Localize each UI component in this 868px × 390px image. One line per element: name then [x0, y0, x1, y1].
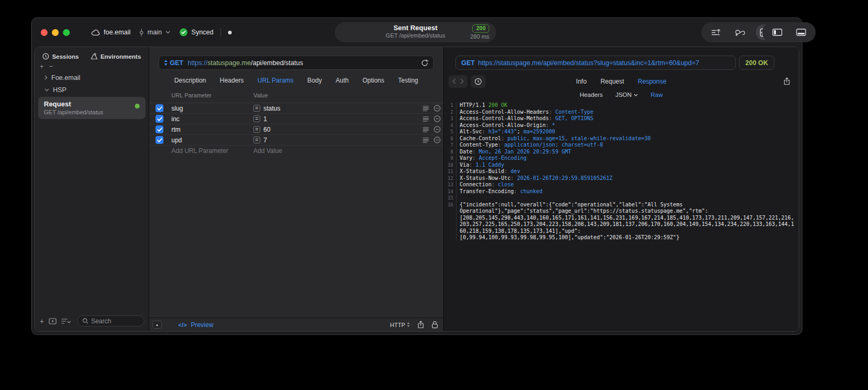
param-checkbox[interactable] [156, 136, 163, 144]
sent-request-url-box[interactable]: GET https://statuspage.me/api/embed/stat… [455, 56, 736, 70]
export-response-icon[interactable] [783, 77, 790, 85]
param-value[interactable]: 7 [263, 137, 267, 144]
tab-headers[interactable]: Headers [220, 77, 243, 84]
equals-badge: = [253, 115, 260, 122]
import-export-button[interactable] [708, 24, 724, 40]
sync-status: Synced [191, 29, 214, 36]
response-subtabs: HeadersJSONRaw [444, 92, 799, 98]
add-url-parameter[interactable]: Add URL Parameter [171, 147, 229, 155]
search-placeholder: Search [91, 318, 111, 325]
request-status-dot [135, 104, 140, 108]
tab-testing[interactable]: Testing [398, 77, 418, 84]
panel-expand-icon[interactable]: ▲ [152, 321, 162, 329]
remove-param-icon[interactable] [434, 115, 441, 122]
tab-url-params[interactable]: URL Params [258, 77, 294, 84]
response-viewer-pane: GET https://statuspage.me/api/embed/stat… [444, 47, 799, 331]
sessions-tab-label: Sessions [52, 53, 79, 60]
back-icon[interactable] [452, 78, 456, 84]
param-checkbox[interactable] [156, 125, 163, 133]
add-session-button[interactable]: + [40, 62, 44, 70]
response-line: 7Content-Type: application/json; charset… [447, 142, 799, 149]
request-method[interactable]: GET [170, 59, 184, 67]
branch-name[interactable]: main [148, 29, 162, 36]
response-line: 6Cache-Control: public, max-age=15, stal… [447, 135, 799, 142]
toggle-bottom-panel-button[interactable] [793, 24, 809, 40]
chevron-down-icon[interactable] [166, 31, 170, 34]
remove-session-button[interactable]: − [49, 62, 53, 70]
response-line: 1HTTP/1.1 200 OK [447, 102, 799, 109]
param-name[interactable]: slug [171, 105, 183, 112]
toggle-sidebar-button[interactable] [769, 24, 785, 40]
lock-icon[interactable] [432, 321, 438, 329]
branch-icon [139, 29, 144, 37]
tab-auth[interactable]: Auth [335, 77, 349, 84]
url-host: statuspage.me [207, 59, 251, 67]
protocol-selector[interactable]: HTTP [390, 322, 410, 328]
param-checkbox[interactable] [156, 104, 163, 112]
response-line: 203,257,225,165,250,173,204,223,158,208,… [447, 221, 799, 228]
response-line: 8Date: Mon, 26 Jan 2026 20:29:59 GMT [447, 149, 799, 156]
param-checkbox[interactable] [156, 115, 163, 123]
response-line: 15 [447, 195, 799, 202]
reorder-lines-icon[interactable] [423, 105, 429, 112]
viewer-tab-request[interactable]: Request [600, 78, 624, 85]
tab-options[interactable]: Options [362, 77, 384, 84]
sidebar-group-foe-email[interactable]: Foe.email [38, 71, 145, 84]
add-value[interactable]: Add Value [253, 147, 282, 155]
equals-badge: = [253, 137, 260, 143]
subtab-headers[interactable]: Headers [580, 92, 602, 98]
param-value[interactable]: 60 [263, 126, 270, 133]
minimize-window-button[interactable] [52, 29, 59, 36]
subtab-json[interactable]: JSON [615, 92, 638, 98]
sidebar-request-item[interactable]: Request GET /api/embed/status [38, 97, 145, 119]
viewer-tab-response[interactable]: Response [638, 78, 666, 85]
response-line: 12X-Status-Now-Utc: 2026-01-26T20:29:59.… [447, 175, 799, 182]
viewer-tab-info[interactable]: Info [576, 78, 587, 85]
search-input[interactable]: Search [77, 315, 144, 326]
project-name[interactable]: foe.email [104, 29, 131, 36]
response-code[interactable]: 1HTTP/1.1 200 OK2Access-Control-Allow-He… [444, 102, 799, 331]
request-editor-pane: GET https://statuspage.me/api/embed/stat… [149, 47, 444, 331]
sidebar-group-hsp[interactable]: HSP [38, 84, 145, 96]
remove-param-icon[interactable] [434, 126, 441, 133]
request-status-pill[interactable]: Sent Request GET /api/embed/status 200 2… [335, 22, 496, 42]
subtab-raw[interactable]: Raw [651, 92, 663, 98]
tab-sessions[interactable]: Sessions [42, 53, 79, 60]
method-stepper-icon[interactable] [164, 60, 168, 66]
sync-requests-button[interactable] [732, 24, 748, 40]
view-options-icon[interactable] [61, 318, 71, 324]
param-value[interactable]: 1 [263, 115, 267, 123]
param-name[interactable]: rtm [171, 126, 180, 133]
status-code-badge: 200 [472, 24, 489, 33]
param-name[interactable]: inc [171, 115, 179, 123]
remove-param-icon[interactable] [434, 105, 441, 112]
tab-description[interactable]: Description [174, 77, 206, 84]
titlebar: foe.email main Synced Sent Request GET / [32, 18, 802, 47]
new-group-icon[interactable] [49, 318, 57, 324]
add-param-row[interactable]: Add URL Parameter Add Value [149, 146, 443, 156]
chevron-right-icon [44, 75, 48, 80]
tab-body[interactable]: Body [307, 77, 322, 84]
share-icon[interactable] [417, 321, 424, 329]
tab-environments[interactable]: Environments [90, 53, 141, 60]
response-line: Operational"},"page":"status","page_url"… [447, 208, 799, 215]
param-row: rtm=60 [149, 124, 443, 135]
response-line: 4Access-Control-Allow-Origin: * [447, 122, 799, 129]
add-request-button[interactable]: + [40, 317, 44, 325]
param-value[interactable]: status [263, 105, 280, 112]
remove-param-icon[interactable] [434, 137, 441, 143]
resend-icon[interactable] [421, 59, 428, 67]
request-url-bar[interactable]: GET https://statuspage.me/api/embed/stat… [159, 56, 434, 70]
zoom-window-button[interactable] [63, 29, 70, 36]
close-window-button[interactable] [41, 29, 48, 36]
param-name[interactable]: upd [171, 137, 182, 144]
reorder-lines-icon[interactable] [423, 116, 429, 122]
editor-footer: ▲ </> Preview HTTP [149, 318, 443, 331]
forward-icon[interactable] [460, 78, 464, 84]
group-label: HSP [53, 86, 67, 94]
history-clock-button[interactable] [471, 75, 486, 88]
response-status-box: 200 OK [739, 56, 774, 70]
preview-button[interactable]: </> Preview [178, 321, 213, 329]
reorder-lines-icon[interactable] [423, 137, 429, 143]
reorder-lines-icon[interactable] [423, 126, 429, 133]
